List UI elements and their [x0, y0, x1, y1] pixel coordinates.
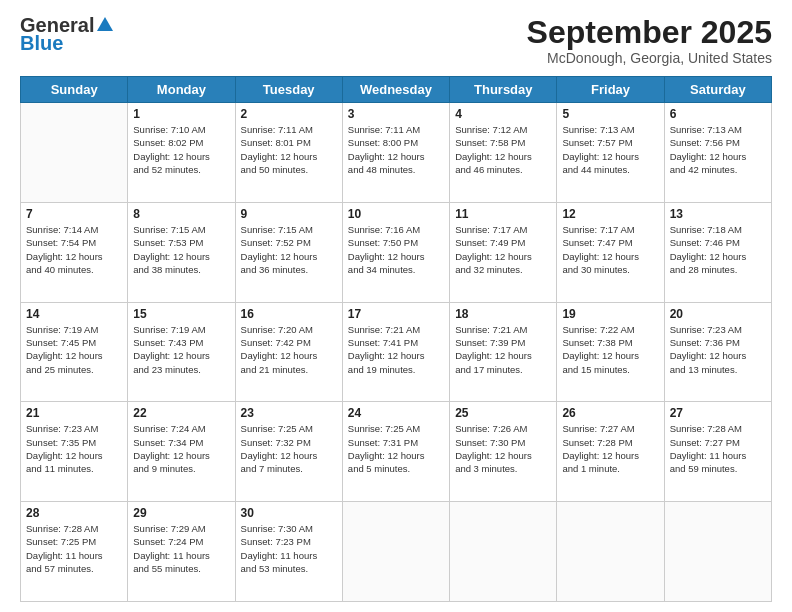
day-of-week-header: Sunday — [21, 77, 128, 103]
day-number: 15 — [133, 307, 229, 321]
day-number: 2 — [241, 107, 337, 121]
day-info: Sunrise: 7:13 AM Sunset: 7:56 PM Dayligh… — [670, 123, 766, 176]
location: McDonough, Georgia, United States — [527, 50, 772, 66]
day-info: Sunrise: 7:30 AM Sunset: 7:23 PM Dayligh… — [241, 522, 337, 575]
day-number: 27 — [670, 406, 766, 420]
calendar-week-row: 21Sunrise: 7:23 AM Sunset: 7:35 PM Dayli… — [21, 402, 772, 502]
calendar-cell: 9Sunrise: 7:15 AM Sunset: 7:52 PM Daylig… — [235, 202, 342, 302]
calendar-cell: 1Sunrise: 7:10 AM Sunset: 8:02 PM Daylig… — [128, 103, 235, 203]
calendar-cell: 21Sunrise: 7:23 AM Sunset: 7:35 PM Dayli… — [21, 402, 128, 502]
calendar-cell: 20Sunrise: 7:23 AM Sunset: 7:36 PM Dayli… — [664, 302, 771, 402]
day-info: Sunrise: 7:17 AM Sunset: 7:47 PM Dayligh… — [562, 223, 658, 276]
header: General Blue September 2025 McDonough, G… — [20, 15, 772, 66]
calendar-cell: 6Sunrise: 7:13 AM Sunset: 7:56 PM Daylig… — [664, 103, 771, 203]
calendar-week-row: 7Sunrise: 7:14 AM Sunset: 7:54 PM Daylig… — [21, 202, 772, 302]
day-info: Sunrise: 7:26 AM Sunset: 7:30 PM Dayligh… — [455, 422, 551, 475]
day-number: 24 — [348, 406, 444, 420]
calendar-cell — [21, 103, 128, 203]
day-info: Sunrise: 7:11 AM Sunset: 8:01 PM Dayligh… — [241, 123, 337, 176]
calendar-cell: 29Sunrise: 7:29 AM Sunset: 7:24 PM Dayli… — [128, 502, 235, 602]
calendar-cell: 27Sunrise: 7:28 AM Sunset: 7:27 PM Dayli… — [664, 402, 771, 502]
day-number: 12 — [562, 207, 658, 221]
calendar-cell: 22Sunrise: 7:24 AM Sunset: 7:34 PM Dayli… — [128, 402, 235, 502]
day-info: Sunrise: 7:12 AM Sunset: 7:58 PM Dayligh… — [455, 123, 551, 176]
calendar-week-row: 14Sunrise: 7:19 AM Sunset: 7:45 PM Dayli… — [21, 302, 772, 402]
day-number: 11 — [455, 207, 551, 221]
day-info: Sunrise: 7:25 AM Sunset: 7:31 PM Dayligh… — [348, 422, 444, 475]
day-number: 19 — [562, 307, 658, 321]
logo-icon — [95, 15, 115, 33]
day-number: 1 — [133, 107, 229, 121]
day-info: Sunrise: 7:29 AM Sunset: 7:24 PM Dayligh… — [133, 522, 229, 575]
day-number: 21 — [26, 406, 122, 420]
calendar-cell: 26Sunrise: 7:27 AM Sunset: 7:28 PM Dayli… — [557, 402, 664, 502]
svg-marker-0 — [97, 17, 113, 31]
day-number: 26 — [562, 406, 658, 420]
calendar-cell: 19Sunrise: 7:22 AM Sunset: 7:38 PM Dayli… — [557, 302, 664, 402]
calendar-cell: 12Sunrise: 7:17 AM Sunset: 7:47 PM Dayli… — [557, 202, 664, 302]
day-of-week-header: Saturday — [664, 77, 771, 103]
day-number: 10 — [348, 207, 444, 221]
calendar-cell: 17Sunrise: 7:21 AM Sunset: 7:41 PM Dayli… — [342, 302, 449, 402]
day-of-week-header: Thursday — [450, 77, 557, 103]
calendar-cell: 4Sunrise: 7:12 AM Sunset: 7:58 PM Daylig… — [450, 103, 557, 203]
day-info: Sunrise: 7:22 AM Sunset: 7:38 PM Dayligh… — [562, 323, 658, 376]
day-number: 22 — [133, 406, 229, 420]
day-info: Sunrise: 7:19 AM Sunset: 7:45 PM Dayligh… — [26, 323, 122, 376]
day-of-week-header: Wednesday — [342, 77, 449, 103]
day-of-week-header: Monday — [128, 77, 235, 103]
day-number: 20 — [670, 307, 766, 321]
calendar-cell: 18Sunrise: 7:21 AM Sunset: 7:39 PM Dayli… — [450, 302, 557, 402]
day-number: 18 — [455, 307, 551, 321]
day-number: 3 — [348, 107, 444, 121]
calendar-cell: 15Sunrise: 7:19 AM Sunset: 7:43 PM Dayli… — [128, 302, 235, 402]
day-info: Sunrise: 7:13 AM Sunset: 7:57 PM Dayligh… — [562, 123, 658, 176]
logo-blue: Blue — [20, 33, 63, 53]
day-number: 25 — [455, 406, 551, 420]
day-number: 7 — [26, 207, 122, 221]
day-number: 13 — [670, 207, 766, 221]
calendar-cell: 3Sunrise: 7:11 AM Sunset: 8:00 PM Daylig… — [342, 103, 449, 203]
logo: General Blue — [20, 15, 115, 53]
day-of-week-header: Friday — [557, 77, 664, 103]
day-info: Sunrise: 7:21 AM Sunset: 7:41 PM Dayligh… — [348, 323, 444, 376]
day-number: 6 — [670, 107, 766, 121]
day-info: Sunrise: 7:23 AM Sunset: 7:35 PM Dayligh… — [26, 422, 122, 475]
day-number: 5 — [562, 107, 658, 121]
calendar-cell — [664, 502, 771, 602]
day-number: 9 — [241, 207, 337, 221]
calendar-cell: 30Sunrise: 7:30 AM Sunset: 7:23 PM Dayli… — [235, 502, 342, 602]
day-info: Sunrise: 7:16 AM Sunset: 7:50 PM Dayligh… — [348, 223, 444, 276]
calendar-cell: 24Sunrise: 7:25 AM Sunset: 7:31 PM Dayli… — [342, 402, 449, 502]
day-number: 29 — [133, 506, 229, 520]
calendar-cell: 25Sunrise: 7:26 AM Sunset: 7:30 PM Dayli… — [450, 402, 557, 502]
calendar-cell — [342, 502, 449, 602]
day-number: 17 — [348, 307, 444, 321]
calendar-header-row: SundayMondayTuesdayWednesdayThursdayFrid… — [21, 77, 772, 103]
calendar-cell: 28Sunrise: 7:28 AM Sunset: 7:25 PM Dayli… — [21, 502, 128, 602]
day-number: 28 — [26, 506, 122, 520]
day-info: Sunrise: 7:15 AM Sunset: 7:53 PM Dayligh… — [133, 223, 229, 276]
day-info: Sunrise: 7:11 AM Sunset: 8:00 PM Dayligh… — [348, 123, 444, 176]
day-info: Sunrise: 7:24 AM Sunset: 7:34 PM Dayligh… — [133, 422, 229, 475]
day-number: 16 — [241, 307, 337, 321]
day-info: Sunrise: 7:19 AM Sunset: 7:43 PM Dayligh… — [133, 323, 229, 376]
page: General Blue September 2025 McDonough, G… — [0, 0, 792, 612]
calendar-cell: 11Sunrise: 7:17 AM Sunset: 7:49 PM Dayli… — [450, 202, 557, 302]
calendar-week-row: 1Sunrise: 7:10 AM Sunset: 8:02 PM Daylig… — [21, 103, 772, 203]
calendar-cell: 14Sunrise: 7:19 AM Sunset: 7:45 PM Dayli… — [21, 302, 128, 402]
calendar-cell — [450, 502, 557, 602]
day-info: Sunrise: 7:27 AM Sunset: 7:28 PM Dayligh… — [562, 422, 658, 475]
day-info: Sunrise: 7:14 AM Sunset: 7:54 PM Dayligh… — [26, 223, 122, 276]
day-number: 8 — [133, 207, 229, 221]
calendar-cell: 16Sunrise: 7:20 AM Sunset: 7:42 PM Dayli… — [235, 302, 342, 402]
day-of-week-header: Tuesday — [235, 77, 342, 103]
day-info: Sunrise: 7:17 AM Sunset: 7:49 PM Dayligh… — [455, 223, 551, 276]
day-number: 30 — [241, 506, 337, 520]
calendar-cell: 10Sunrise: 7:16 AM Sunset: 7:50 PM Dayli… — [342, 202, 449, 302]
calendar-cell: 7Sunrise: 7:14 AM Sunset: 7:54 PM Daylig… — [21, 202, 128, 302]
day-info: Sunrise: 7:21 AM Sunset: 7:39 PM Dayligh… — [455, 323, 551, 376]
calendar-cell: 23Sunrise: 7:25 AM Sunset: 7:32 PM Dayli… — [235, 402, 342, 502]
month-title: September 2025 — [527, 15, 772, 50]
day-number: 4 — [455, 107, 551, 121]
